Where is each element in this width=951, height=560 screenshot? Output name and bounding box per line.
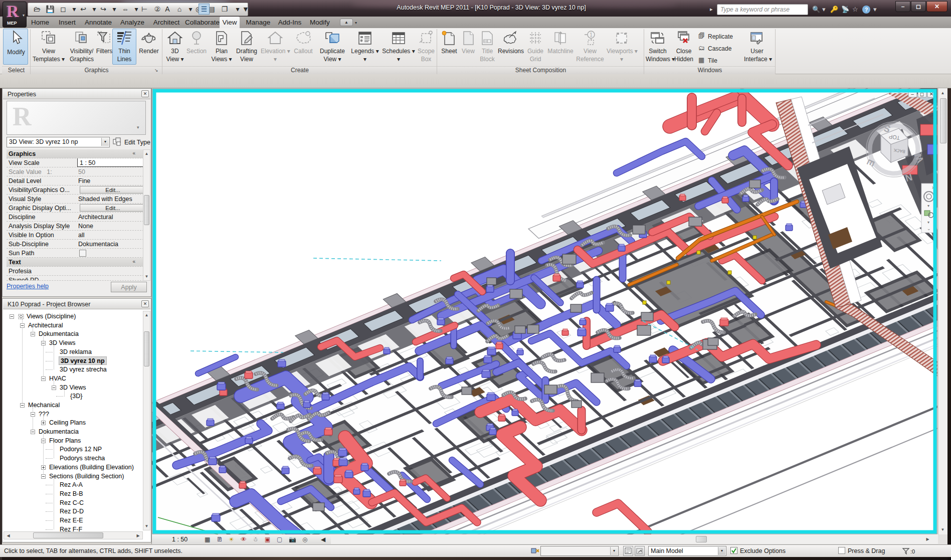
svg-text:1: 1 xyxy=(590,32,593,38)
svg-text:▾: ▾ xyxy=(927,220,929,225)
svg-text:▾: ▾ xyxy=(927,204,929,208)
svg-text:⌄: ⌄ xyxy=(927,226,931,231)
